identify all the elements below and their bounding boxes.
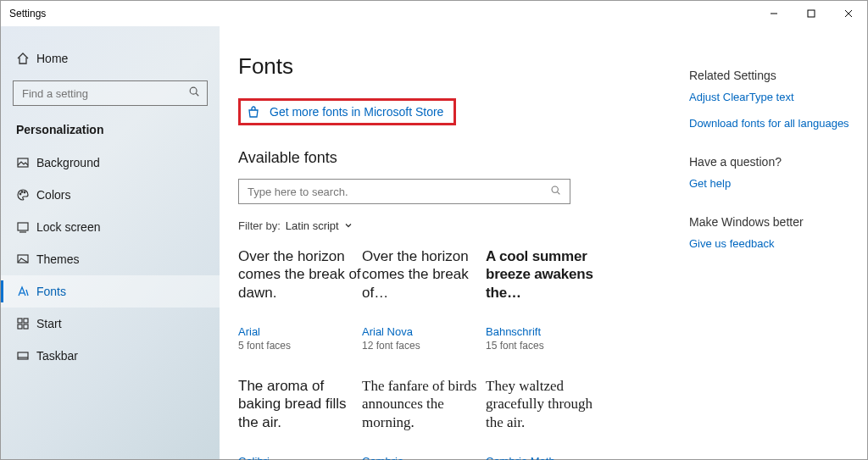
close-button[interactable]	[830, 1, 867, 26]
font-name-link[interactable]: Arial	[238, 325, 362, 338]
settings-window: Settings Home	[0, 0, 868, 460]
font-sample: Over the horizon comes the break of dawn…	[238, 247, 362, 317]
sidebar-item-label: Lock screen	[36, 220, 100, 234]
sidebar-item-label: Start	[36, 317, 62, 330]
filter-prefix: Filter by:	[238, 219, 281, 232]
sidebar-item-label: Fonts	[36, 285, 66, 298]
sidebar-item-lock-screen[interactable]: Lock screen	[1, 211, 220, 243]
question-heading: Have a question?	[689, 155, 857, 169]
get-more-fonts-link[interactable]: Get more fonts in Microsoft Store	[238, 98, 456, 125]
font-faces: 5 font faces	[238, 340, 362, 352]
sidebar-item-colors[interactable]: Colors	[1, 179, 220, 211]
minimize-button[interactable]	[755, 1, 793, 26]
palette-icon	[16, 188, 36, 202]
fonts-icon	[16, 285, 36, 298]
font-card-arial[interactable]: Over the horizon comes the break of dawn…	[238, 247, 362, 352]
section-title: Personalization	[1, 119, 220, 147]
svg-line-21	[558, 192, 560, 195]
filter-dropdown[interactable]: Latin script	[286, 219, 353, 232]
related-sidebar: Related Settings Adjust ClearType text D…	[689, 36, 867, 459]
sidebar-item-taskbar[interactable]: Taskbar	[1, 340, 220, 372]
filter-value: Latin script	[286, 219, 339, 232]
font-card-arial-nova[interactable]: Over the horizon comes the break of… Ari…	[362, 247, 486, 352]
font-name-link[interactable]: Bahnschrift	[486, 325, 609, 338]
window-title: Settings	[9, 8, 46, 19]
font-sample: They waltzed gracefully through the air.	[486, 377, 609, 446]
svg-rect-10	[18, 223, 28, 230]
maximize-button[interactable]	[793, 1, 830, 26]
sidebar-item-themes[interactable]: Themes	[1, 243, 220, 275]
svg-line-5	[196, 93, 198, 96]
svg-rect-14	[18, 319, 22, 323]
svg-rect-15	[24, 319, 28, 323]
font-faces: 15 font faces	[486, 340, 609, 352]
font-sample: The fanfare of birds announces the morni…	[362, 377, 486, 446]
store-link-label: Get more fonts in Microsoft Store	[270, 105, 443, 119]
font-name-link[interactable]: Arial Nova	[362, 325, 486, 338]
available-fonts-title: Available fonts	[238, 149, 689, 167]
sidebar-item-fonts[interactable]: Fonts	[1, 275, 220, 308]
home-nav[interactable]: Home	[1, 43, 220, 74]
find-setting-input[interactable]	[20, 86, 188, 101]
font-card-calibri[interactable]: The aroma of baking bread fills the air.…	[238, 377, 362, 460]
sidebar-item-label: Themes	[36, 252, 80, 266]
picture-icon	[16, 156, 36, 169]
find-setting-search[interactable]	[13, 80, 208, 106]
related-heading: Related Settings	[689, 69, 857, 82]
svg-point-20	[552, 186, 558, 192]
search-icon	[550, 185, 561, 198]
svg-rect-16	[18, 324, 22, 329]
home-label: Home	[36, 52, 68, 65]
svg-point-4	[190, 87, 197, 94]
better-heading: Make Windows better	[689, 215, 857, 229]
font-sample: The aroma of baking bread fills the air.	[238, 377, 362, 446]
fonts-grid: Over the horizon comes the break of dawn…	[238, 247, 689, 460]
font-name-link[interactable]: Cambria Math	[486, 455, 609, 460]
lock-screen-icon	[16, 220, 36, 234]
svg-point-7	[19, 193, 21, 195]
svg-rect-18	[18, 352, 28, 359]
feedback-link[interactable]: Give us feedback	[689, 237, 857, 250]
font-sample: A cool summer breeze awakens the…	[486, 247, 609, 317]
font-name-link[interactable]: Cambria	[362, 455, 486, 460]
store-bag-icon	[246, 104, 261, 119]
taskbar-icon	[16, 349, 36, 363]
svg-point-8	[21, 191, 23, 193]
font-search-input[interactable]: Type here to search.	[238, 179, 570, 204]
titlebar: Settings	[1, 1, 867, 26]
font-card-cambria-math[interactable]: They waltzed gracefully through the air.…	[486, 377, 609, 460]
sidebar-item-label: Taskbar	[36, 349, 78, 363]
main-content: Fonts Get more fonts in Microsoft Store …	[220, 26, 867, 459]
start-icon	[16, 317, 36, 330]
sidebar-item-background[interactable]: Background	[1, 147, 220, 179]
font-sample: Over the horizon comes the break of…	[362, 247, 486, 317]
adjust-cleartype-link[interactable]: Adjust ClearType text	[689, 91, 857, 103]
sidebar-item-label: Background	[36, 156, 100, 169]
svg-rect-17	[24, 324, 28, 329]
sidebar-item-start[interactable]: Start	[1, 308, 220, 340]
svg-rect-1	[808, 10, 815, 17]
page-title: Fonts	[238, 53, 689, 80]
home-icon	[16, 52, 36, 65]
sidebar: Home Personalization Background	[1, 26, 220, 459]
search-icon	[188, 86, 200, 101]
download-fonts-link[interactable]: Download fonts for all languages	[689, 117, 857, 130]
font-card-cambria[interactable]: The fanfare of birds announces the morni…	[362, 377, 486, 460]
get-help-link[interactable]: Get help	[689, 177, 857, 190]
svg-point-9	[24, 191, 25, 193]
font-search-placeholder: Type here to search.	[248, 186, 550, 198]
sidebar-item-label: Colors	[36, 188, 70, 202]
font-faces: 12 font faces	[362, 340, 486, 352]
themes-icon	[16, 252, 36, 266]
font-name-link[interactable]: Calibri	[238, 455, 362, 460]
chevron-down-icon	[344, 219, 353, 232]
filter-row: Filter by: Latin script	[238, 219, 689, 232]
font-card-bahnschrift[interactable]: A cool summer breeze awakens the… Bahnsc…	[486, 247, 609, 352]
svg-rect-6	[18, 158, 28, 167]
